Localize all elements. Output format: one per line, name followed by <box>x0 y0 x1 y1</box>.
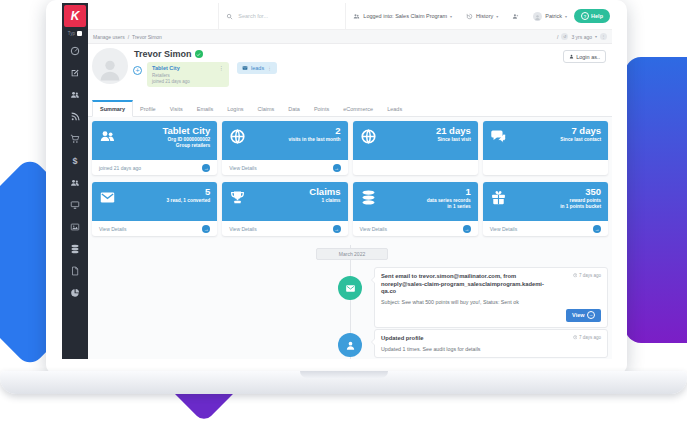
kebab-icon[interactable]: ⋮ <box>219 65 225 71</box>
sidebar-item-websites[interactable] <box>62 194 88 216</box>
logged-into-menu[interactable]: Logged into: Sales Claim Program ▾ <box>346 3 459 29</box>
card-footer-link[interactable]: View Details <box>360 226 387 232</box>
breadcrumb: Manage users / Trevor Simon / ↺ 3 yrs ag… <box>88 30 612 44</box>
card-subline: in 1 series <box>427 204 471 210</box>
gift-icon <box>490 189 507 206</box>
person-plus-icon <box>512 13 519 20</box>
timeline-entry-profile: 7 days ago Updated profile Updated 1 tim… <box>374 329 608 358</box>
users-icon <box>99 128 116 145</box>
search-input[interactable] <box>236 12 320 20</box>
envelope-icon <box>345 283 356 294</box>
sidebar-item-data[interactable] <box>62 238 88 260</box>
user-menu[interactable]: Patrick ▾ <box>526 3 574 29</box>
mockup-canvas: K Typ $ <box>0 0 687 425</box>
tab-emails[interactable]: Emails <box>190 102 221 117</box>
card-claims: Claims 1 claims View Details → <box>222 182 347 236</box>
card-value: 21 days <box>436 125 471 137</box>
cards-row-1: Tablet City Org ID 0000000002 Group reta… <box>92 121 608 175</box>
options-icon[interactable]: ⋮ <box>600 33 607 40</box>
profile-name: Trevor Simon <box>134 49 192 59</box>
arrow-circle-icon[interactable]: → <box>593 225 601 233</box>
sidebar-item-marketing[interactable] <box>62 106 88 128</box>
sidebar-item-users[interactable] <box>62 84 88 106</box>
trophy-icon <box>229 189 246 206</box>
sidebar-item-community[interactable] <box>62 172 88 194</box>
help-button[interactable]: ? Help <box>574 9 610 23</box>
database-icon <box>70 244 80 254</box>
globe-icon <box>229 128 246 145</box>
arrow-circle-icon[interactable]: → <box>202 164 210 172</box>
tab-profile[interactable]: Profile <box>133 102 163 117</box>
arrow-circle-icon: → <box>587 311 595 319</box>
profile-avatar <box>92 48 128 84</box>
view-button[interactable]: View → <box>566 309 601 322</box>
sidebar-search-hint[interactable]: Typ <box>68 31 82 36</box>
laptop-notch <box>300 371 388 378</box>
time-range-label[interactable]: 3 yrs ago <box>571 34 592 40</box>
sidebar-item-sales[interactable]: $ <box>62 150 88 172</box>
sidebar-item-dashboard[interactable] <box>62 40 88 62</box>
users-icon <box>353 13 360 20</box>
card-footer-link[interactable]: joined 21 days ago <box>99 165 141 171</box>
card-footer-link[interactable]: View Details <box>229 165 256 171</box>
users-icon <box>70 90 80 100</box>
arrow-circle-icon[interactable]: → <box>333 164 341 172</box>
search-icon <box>226 13 233 20</box>
search-box[interactable] <box>218 3 346 29</box>
tab-visits[interactable]: Visits <box>163 102 190 117</box>
sidebar-item-content[interactable] <box>62 62 88 84</box>
community-icon <box>70 178 80 188</box>
add-user-button[interactable] <box>505 3 526 29</box>
user-name: Patrick <box>545 13 562 19</box>
lead-badge[interactable]: leads ⋮ <box>237 62 277 74</box>
chevron-down-icon: ▾ <box>496 14 498 19</box>
avatar <box>533 12 542 21</box>
card-footer-link[interactable]: View Details <box>99 226 126 232</box>
sidebar-item-media[interactable] <box>62 216 88 238</box>
tab-ecommerce[interactable]: eCommerce <box>336 102 380 117</box>
card-value: Claims <box>309 186 340 198</box>
tab-leads[interactable]: Leads <box>380 102 409 117</box>
history-menu[interactable]: History ▾ <box>459 3 505 29</box>
kademi-logo[interactable]: K <box>64 5 86 27</box>
card-subline: in 1 points bucket <box>560 204 601 210</box>
edit-icon <box>70 68 80 78</box>
tab-data[interactable]: Data <box>281 102 307 117</box>
tab-claims[interactable]: Claims <box>250 102 281 117</box>
card-footer-link[interactable]: View Details <box>229 226 256 232</box>
tab-points[interactable]: Points <box>307 102 336 117</box>
view-button-label: View <box>572 312 584 318</box>
arrow-circle-icon[interactable]: → <box>202 225 210 233</box>
card-footer-link[interactable]: View Details <box>490 226 517 232</box>
clock-icon <box>573 335 578 340</box>
sidebar-item-store[interactable] <box>62 128 88 150</box>
add-group-button[interactable]: + <box>133 66 142 75</box>
card-last-contact: 7 days Since last contact <box>483 121 608 175</box>
broadcast-icon <box>70 112 80 122</box>
kebab-icon[interactable]: ⋮ <box>267 66 272 71</box>
org-name[interactable]: Tablet City <box>152 65 180 71</box>
arrow-circle-icon[interactable]: → <box>463 225 471 233</box>
sidebar-item-reports[interactable] <box>62 282 88 304</box>
sidebar-item-files[interactable] <box>62 260 88 282</box>
timeline-entry-email: 7 days ago Sent email to trevor.simon@ma… <box>374 267 608 328</box>
envelope-icon <box>99 189 116 206</box>
timestamp: 7 days ago <box>573 335 601 340</box>
timeline-email-icon <box>338 276 362 300</box>
laptop-base <box>0 371 687 394</box>
refresh-icon[interactable]: ↺ <box>561 33 568 40</box>
org-badge[interactable]: Tablet City⋮ Retailers joined 21 days ag… <box>147 62 229 87</box>
card-value: 350 <box>560 186 601 198</box>
breadcrumb-section[interactable]: Manage users <box>93 34 125 40</box>
piechart-icon <box>70 288 80 298</box>
monitor-icon <box>70 200 80 210</box>
timestamp-label: 7 days ago <box>579 335 601 340</box>
arrow-circle-icon[interactable]: → <box>333 225 341 233</box>
laptop-screen: K Typ $ <box>46 0 627 373</box>
tab-summary[interactable]: Summary <box>92 100 133 118</box>
login-as-button[interactable]: Login as.. <box>563 50 606 63</box>
clock-icon <box>573 273 578 278</box>
tab-logins[interactable]: Logins <box>220 102 250 117</box>
card-data-series: 1 data series records in 1 series View D… <box>353 182 478 236</box>
lead-badge-label[interactable]: leads <box>251 65 264 71</box>
